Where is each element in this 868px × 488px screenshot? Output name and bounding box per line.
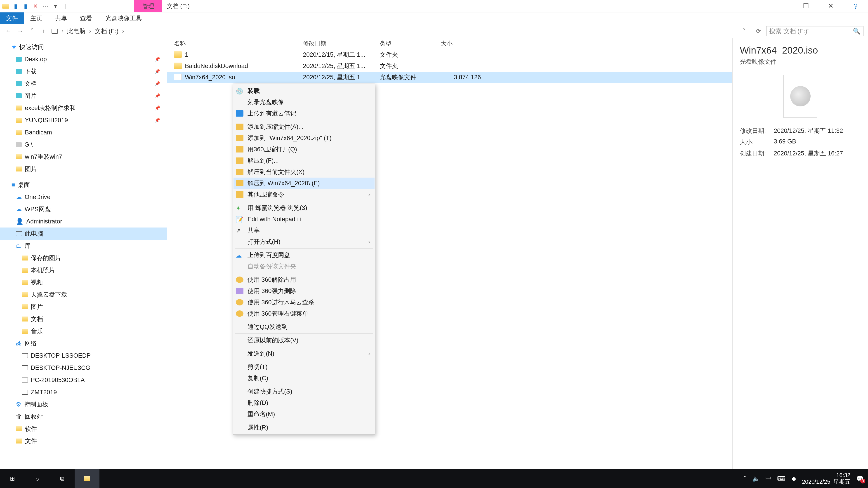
ctx-open-with[interactable]: 打开方式(H)› (234, 236, 375, 248)
tree-item[interactable]: 图片 (24, 92, 37, 100)
breadcrumb-item[interactable]: 此电脑 (67, 27, 86, 35)
nav-forward-icon[interactable]: → (16, 28, 24, 35)
col-date[interactable]: 修改日期 (296, 39, 373, 47)
ctx-restore[interactable]: 还原以前的版本(V) (234, 335, 375, 346)
ctx-send-to[interactable]: 发送到(N)› (234, 348, 375, 359)
ctx-cut[interactable]: 剪切(T) (234, 361, 375, 372)
tree-item[interactable]: 视频 (31, 278, 43, 287)
breadcrumb[interactable]: 此电脑 文档 (E:) (52, 27, 739, 35)
ctx-copy[interactable]: 复制(C) (234, 372, 375, 384)
tree-item[interactable]: 下载 (24, 67, 37, 75)
tree-item[interactable]: G:\ (24, 141, 33, 148)
ribbon-tab-share[interactable]: 共享 (49, 14, 74, 22)
ctx-qq-send[interactable]: 通过QQ发送到 (234, 321, 375, 332)
nav-tree[interactable]: ★快速访问 Desktop📌 下载📌 文档📌 图片📌 excel表格制作求和📌 … (0, 38, 167, 480)
action-center-icon[interactable]: 💬3 (856, 475, 864, 482)
tree-item-this-pc[interactable]: 此电脑 (25, 230, 43, 238)
tree-item[interactable]: ZMT2019 (31, 389, 57, 396)
col-size[interactable]: 大小 (434, 39, 493, 47)
breadcrumb-item[interactable]: 文档 (E:) (95, 27, 119, 35)
qat-dropdown-icon[interactable]: ▾ (52, 3, 59, 10)
help-button[interactable]: ? (843, 2, 868, 11)
tree-item[interactable]: 库 (25, 242, 31, 250)
ctx-notepadpp[interactable]: 📝Edit with Notepad++ (234, 214, 375, 225)
tree-item[interactable]: 图片 (25, 165, 37, 173)
tray-chevron-icon[interactable]: ˄ (743, 475, 746, 482)
taskbar-explorer-icon[interactable] (74, 469, 99, 488)
ctx-burn[interactable]: 刻录光盘映像 (234, 96, 375, 108)
tree-item[interactable]: DESKTOP-NJEU3CG (31, 364, 90, 371)
tree-item[interactable]: win7重装win7 (25, 153, 62, 161)
ctx-rename[interactable]: 重命名(M) (234, 409, 375, 420)
ribbon-tab-view[interactable]: 查看 (74, 14, 98, 22)
col-name[interactable]: 名称 (167, 39, 296, 47)
tree-item[interactable]: DESKTOP-LSSOEDP (31, 352, 91, 359)
tree-quick-access[interactable]: 快速访问 (20, 43, 44, 51)
ctx-extract-named[interactable]: 解压到 Win7x64_2020\ (E) (234, 177, 375, 189)
tree-item[interactable]: Desktop (24, 56, 47, 63)
table-row[interactable]: 1 2020/12/15, 星期二 1... 文件夹 (167, 49, 733, 60)
tree-desktop[interactable]: 桌面 (18, 181, 30, 189)
tree-item[interactable]: PC-20190530OBLA (31, 377, 85, 384)
minimize-button[interactable]: — (769, 2, 794, 11)
taskbar-taskview-icon[interactable]: ⧉ (50, 469, 74, 488)
ctx-360-unlock[interactable]: 使用 360解除占用 (234, 274, 375, 285)
taskbar-search-icon[interactable]: ⌕ (25, 469, 50, 488)
breadcrumb-dropdown-icon[interactable]: ˅ (743, 28, 746, 35)
ctx-youdao[interactable]: 上传到有道云笔记 (234, 108, 375, 119)
ribbon-tab-file[interactable]: 文件 (0, 12, 24, 24)
qat-button[interactable]: ▮ (12, 3, 19, 10)
ctx-properties[interactable]: 属性(R) (234, 422, 375, 433)
ribbon-tab-iso-tools[interactable]: 光盘映像工具 (99, 14, 148, 22)
ctx-360-trojan[interactable]: 使用 360进行木马云查杀 (234, 297, 375, 308)
col-type[interactable]: 类型 (373, 39, 434, 47)
maximize-button[interactable]: ☐ (794, 2, 818, 11)
tray-app-icon[interactable]: ◆ (792, 475, 796, 482)
tree-item[interactable]: 文件 (25, 437, 37, 445)
tree-item[interactable]: Administrator (26, 218, 62, 225)
table-row[interactable]: BaiduNetdiskDownload 2020/12/25, 星期五 1..… (167, 60, 733, 72)
tree-item[interactable]: 软件 (25, 425, 37, 433)
ctx-mount[interactable]: 💿装载 (234, 85, 375, 96)
tree-item[interactable]: 本机照片 (31, 266, 55, 274)
ctx-browse-bee[interactable]: ✦用 蜂蜜浏览器 浏览(3) (234, 202, 375, 214)
ctx-baidu-upload[interactable]: ☁上传到百度网盘 (234, 250, 375, 261)
tree-network[interactable]: 网络 (25, 339, 37, 348)
ctx-360-menu[interactable]: 使用 360管理右键菜单 (234, 308, 375, 319)
tree-item[interactable]: YUNQISHI2019 (25, 117, 68, 124)
nav-history-icon[interactable]: ˅ (28, 28, 36, 35)
tree-item[interactable]: 图片 (31, 303, 43, 311)
tree-item[interactable]: 天翼云盘下载 (31, 291, 67, 299)
ctx-share[interactable]: ↗共享 (234, 225, 375, 236)
ctx-shortcut[interactable]: 创建快捷方式(S) (234, 386, 375, 397)
column-headers[interactable]: 名称 修改日期 类型 大小 (167, 38, 733, 49)
ctx-extract-here[interactable]: 解压到当前文件夹(X) (234, 166, 375, 177)
tree-item[interactable]: WPS网盘 (25, 205, 51, 213)
tree-item[interactable]: Bandicam (25, 129, 52, 136)
tree-item[interactable]: OneDrive (25, 194, 51, 201)
tray-volume-icon[interactable]: 🔈 (752, 475, 760, 482)
tree-item[interactable]: 音乐 (31, 327, 43, 335)
qat-delete-icon[interactable]: ✕ (32, 3, 39, 10)
ctx-delete[interactable]: 删除(D) (234, 397, 375, 409)
ctx-add-zip[interactable]: 添加到 "Win7x64_2020.zip" (T) (234, 132, 375, 144)
tree-item[interactable]: 文档 (24, 79, 37, 88)
tree-item[interactable]: 控制面板 (24, 400, 49, 409)
qat-button[interactable]: ▮ (22, 3, 29, 10)
system-tray[interactable]: ˄ 🔈 中 ⌨ ◆ 16:32 2020/12/25, 星期五 💬3 (743, 472, 868, 485)
table-row-selected[interactable]: Win7x64_2020.iso 2020/12/25, 星期五 1... 光盘… (167, 72, 733, 83)
tray-keyboard-icon[interactable]: ⌨ (777, 475, 786, 482)
refresh-icon[interactable]: ⟳ (754, 28, 762, 35)
nav-up-icon[interactable]: ↑ (40, 28, 48, 35)
contextual-tab-manage[interactable]: 管理 (134, 0, 162, 12)
start-button[interactable]: ⊞ (0, 469, 25, 488)
ribbon-tab-home[interactable]: 主页 (24, 14, 49, 22)
search-input[interactable]: 搜索"文档 (E:)" 🔍 (766, 26, 864, 36)
ctx-other-zip[interactable]: 其他压缩命令› (234, 189, 375, 200)
ctx-extract-to[interactable]: 解压到(F)... (234, 155, 375, 166)
tree-item[interactable]: 文档 (31, 315, 43, 323)
taskbar-clock[interactable]: 16:32 2020/12/25, 星期五 (802, 472, 850, 485)
ctx-open-360zip[interactable]: 用360压缩打开(Q) (234, 144, 375, 155)
ctx-add-archive[interactable]: 添加到压缩文件(A)... (234, 121, 375, 132)
nav-back-icon[interactable]: ← (4, 28, 12, 35)
